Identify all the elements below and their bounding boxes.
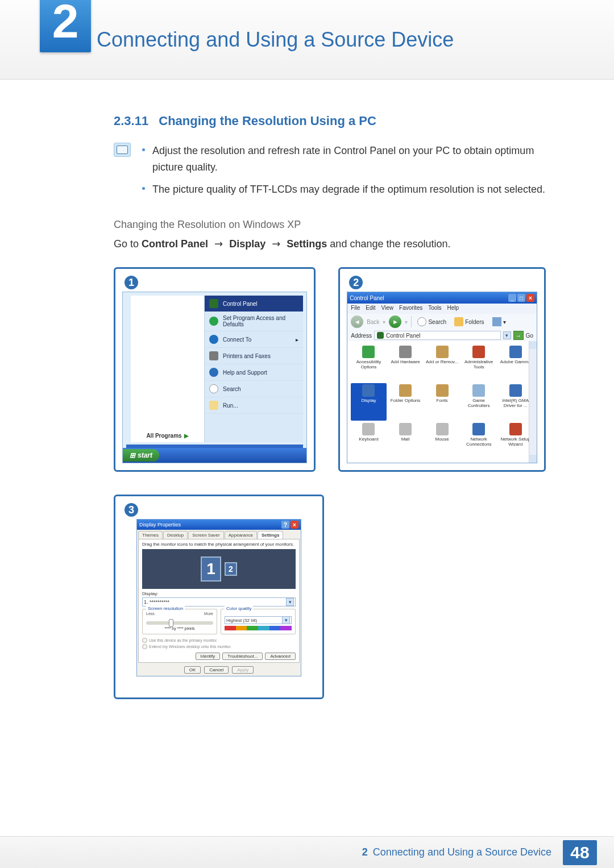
menu-file[interactable]: File (351, 305, 360, 313)
keyboard-icon (362, 423, 375, 435)
back-label: Back (367, 319, 379, 325)
search-button[interactable]: Search (415, 316, 449, 327)
mail-icon (399, 423, 412, 435)
cp-item-network-conn[interactable]: Network Connections (461, 422, 497, 459)
folders-button[interactable]: Folders (452, 316, 486, 327)
color-quality-value: Highest (32 bit) (226, 618, 257, 623)
start-item-label: Set Program Access and Defaults (223, 315, 298, 327)
start-item-label: Control Panel (223, 301, 258, 307)
primary-monitor-radio[interactable]: Use this device as the primary monitor. (142, 638, 296, 643)
scrollbar[interactable] (529, 341, 537, 463)
start-item-printers[interactable]: Printers and Faxes (205, 348, 303, 364)
tab-themes[interactable]: Themes (138, 531, 163, 539)
identify-button[interactable]: Identify (196, 653, 221, 660)
display-combobox[interactable]: 1. ********** ▾ (142, 597, 296, 607)
start-menu: All Programs ▶ Control Panel Set Program… (122, 292, 307, 463)
cp-item-network-setup[interactable]: Network Setup Wizard (497, 422, 533, 459)
maximize-icon[interactable]: □ (517, 294, 525, 302)
taskbar: ⊞ start (123, 448, 306, 463)
cancel-button[interactable]: Cancel (204, 666, 229, 674)
cp-item-folder-options[interactable]: Folder Options (388, 383, 424, 421)
troubleshoot-button[interactable]: Troubleshoot... (222, 653, 263, 660)
resolution-slider[interactable] (146, 621, 213, 625)
cp-item-accessibility[interactable]: Accessibility Options (351, 344, 387, 382)
arrow-icon: → (214, 238, 223, 250)
ok-button[interactable]: OK (184, 666, 201, 674)
page-header: 2 Connecting and Using a Source Device (0, 0, 614, 80)
monitor-2[interactable]: 2 (225, 562, 237, 576)
tab-screen-saver[interactable]: Screen Saver (188, 531, 223, 539)
menu-edit[interactable]: Edit (366, 305, 375, 313)
all-programs[interactable]: All Programs ▶ (146, 433, 188, 439)
step-badge-3: 3 (123, 502, 139, 518)
note-bullet-1: Adjust the resolution and refresh rate i… (142, 143, 546, 176)
close-icon[interactable]: × (291, 521, 298, 529)
slider-thumb[interactable] (169, 619, 173, 627)
close-icon[interactable]: × (526, 294, 534, 302)
apply-button[interactable]: Apply (232, 666, 254, 674)
monitor-1[interactable]: 1 (201, 556, 221, 582)
tab-appearance[interactable]: Appearance (225, 531, 257, 539)
advanced-button[interactable]: Advanced (265, 653, 296, 660)
group-label: Screen resolution (146, 606, 185, 611)
arrow-right-icon: ▶ (184, 433, 189, 439)
intel-gma-icon (509, 384, 522, 397)
menu-view[interactable]: View (381, 305, 394, 313)
cp-item-display[interactable]: Display (351, 383, 387, 421)
views-button[interactable]: ▾ (490, 316, 508, 327)
extend-desktop-radio[interactable]: Extend my Windows desktop onto this moni… (142, 644, 296, 649)
start-item-control-panel[interactable]: Control Panel (205, 296, 303, 312)
cp-item-label: Intel(R) GMA Driver for ... (499, 398, 532, 408)
footer-chapter-number: 2 (362, 846, 368, 858)
cp-item-game-controllers[interactable]: Game Controllers (461, 383, 497, 421)
step-badge-2: 2 (348, 275, 364, 290)
chevron-down-icon[interactable]: ▾ (503, 331, 511, 339)
menu-tools[interactable]: Tools (428, 305, 441, 313)
address-label: Address (351, 333, 372, 339)
all-programs-label: All Programs (146, 433, 181, 439)
instr-suffix: and change the resolution. (330, 238, 450, 250)
go-button[interactable]: → (513, 331, 524, 340)
cp-item-intel-gma[interactable]: Intel(R) GMA Driver for ... (497, 383, 533, 421)
address-field[interactable]: Control Panel (374, 331, 501, 340)
start-item-connect-to[interactable]: Connect To ▸ (205, 331, 303, 348)
cp-item-label: Add or Remov... (426, 359, 458, 364)
page-content: 2.3.11 Changing the Resolution Using a P… (0, 80, 614, 699)
minimize-icon[interactable]: _ (508, 294, 516, 302)
cp-item-keyboard[interactable]: Keyboard (351, 422, 387, 459)
tab-settings[interactable]: Settings (258, 531, 284, 539)
start-item-search[interactable]: Search (205, 381, 303, 397)
back-icon[interactable]: ◄ (351, 315, 363, 328)
cp-item-mouse[interactable]: Mouse (424, 422, 460, 459)
cp-item-fonts[interactable]: Fonts (424, 383, 460, 421)
start-item-set-defaults[interactable]: Set Program Access and Defaults (205, 312, 303, 331)
menu-favorites[interactable]: Favorites (399, 305, 422, 313)
start-item-label: Help and Support (223, 369, 267, 376)
network-setup-icon (509, 423, 522, 435)
cp-item-add-remove[interactable]: Add or Remov... (424, 344, 460, 382)
screenshot-3: 3 Display Properties ? × Themes Desktop … (114, 495, 324, 699)
cp-item-label: Adobe Gamma (500, 359, 531, 364)
help-icon[interactable]: ? (281, 521, 289, 529)
section-number: 2.3.11 (114, 114, 148, 128)
cp-item-label: Accessibility Options (352, 359, 385, 369)
start-item-help[interactable]: Help and Support (205, 364, 303, 381)
cp-item-add-hardware[interactable]: Add Hardware (388, 344, 424, 382)
note-icon (114, 143, 131, 157)
start-button[interactable]: ⊞ start (123, 449, 159, 462)
cp-item-adobe-gamma[interactable]: Adobe Gamma (497, 344, 533, 382)
color-quality-group: Color quality Highest (32 bit) ▾ (221, 609, 296, 634)
start-item-run[interactable]: Run... (205, 397, 303, 414)
cp-item-admin-tools[interactable]: Administrative Tools (461, 344, 497, 382)
folder-options-icon (399, 384, 412, 397)
run-icon (209, 401, 218, 410)
forward-icon[interactable]: ► (389, 315, 401, 328)
menu-help[interactable]: Help (447, 305, 459, 313)
color-quality-combo[interactable]: Highest (32 bit) ▾ (225, 616, 292, 624)
address-value: Control Panel (386, 333, 421, 339)
note-block: Adjust the resolution and refresh rate i… (114, 143, 546, 203)
help-icon (209, 368, 218, 377)
tab-desktop[interactable]: Desktop (163, 531, 188, 539)
control-panel-icon (377, 332, 384, 339)
cp-item-mail[interactable]: Mail (388, 422, 424, 459)
